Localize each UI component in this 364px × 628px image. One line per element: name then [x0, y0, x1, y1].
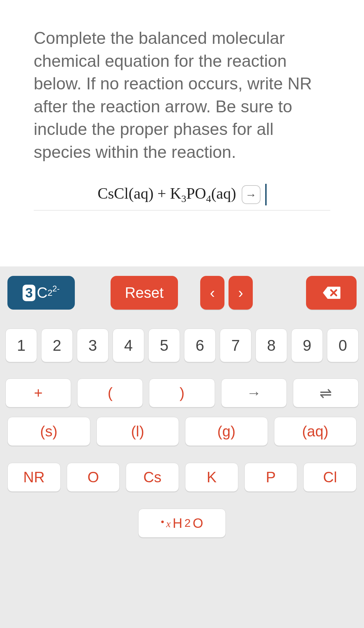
kb-phase-row: (s)(l)(g)(aq) [3, 417, 361, 446]
phase-l-key[interactable]: (l) [96, 417, 179, 446]
element-nr-key[interactable]: NR [7, 463, 61, 492]
kb-top-row: 3C22- Reset ‹ › [3, 276, 361, 310]
element-o-key[interactable]: O [67, 463, 120, 492]
kb-element-row: NROCsKPCl [3, 463, 361, 492]
digit-8-key[interactable]: 8 [255, 329, 287, 362]
plus-key[interactable]: + [5, 378, 71, 407]
equation-input-row[interactable]: CsCl(aq) + K3PO4(aq) → [34, 184, 330, 210]
digit-2-key[interactable]: 2 [41, 329, 73, 362]
backspace-button[interactable] [306, 276, 357, 310]
element-cs-key[interactable]: Cs [126, 463, 179, 492]
hydrate-key[interactable]: • x H2O [138, 509, 226, 538]
element-cl-key[interactable]: Cl [303, 463, 357, 492]
reset-button[interactable]: Reset [111, 276, 178, 310]
equation-reactants: CsCl(aq) + K3PO4(aq) [97, 184, 236, 204]
digit-7-key[interactable]: 7 [220, 329, 251, 362]
digit-9-key[interactable]: 9 [291, 329, 323, 362]
chemistry-keyboard: 3C22- Reset ‹ › 1234567890 + ( ) → ⇌ (s)… [0, 266, 364, 628]
element-p-key[interactable]: P [244, 463, 298, 492]
format-mode-chip[interactable]: 3C22- [7, 276, 75, 310]
phase-g-key[interactable]: (g) [185, 417, 268, 446]
rparen-key[interactable]: ) [149, 378, 215, 407]
backspace-icon [322, 286, 340, 299]
element-k-key[interactable]: K [185, 463, 238, 492]
digit-3-key[interactable]: 3 [77, 329, 109, 362]
kb-number-row: 1234567890 [3, 329, 361, 362]
arrow-key[interactable]: → [221, 378, 287, 407]
cursor-left-button[interactable]: ‹ [200, 276, 224, 310]
digit-4-key[interactable]: 4 [113, 329, 144, 362]
digit-0-key[interactable]: 0 [327, 329, 359, 362]
lparen-key[interactable]: ( [77, 378, 143, 407]
digit-1-key[interactable]: 1 [5, 329, 37, 362]
nav-group: ‹ › [200, 276, 253, 310]
phase-s-key[interactable]: (s) [7, 417, 90, 446]
arrow-chip[interactable]: → [242, 185, 261, 204]
phase-aq-key[interactable]: (aq) [274, 417, 357, 446]
question-text: Complete the balanced molecular chemical… [34, 27, 330, 164]
text-cursor [265, 184, 267, 205]
kb-symbol-row: + ( ) → ⇌ [3, 378, 361, 407]
equilibrium-key[interactable]: ⇌ [293, 378, 359, 407]
question-area: Complete the balanced molecular chemical… [0, 0, 364, 210]
digit-6-key[interactable]: 6 [184, 329, 216, 362]
kb-hydrate-row: • x H2O [3, 509, 361, 538]
digit-5-key[interactable]: 5 [148, 329, 180, 362]
cursor-right-button[interactable]: › [229, 276, 253, 310]
